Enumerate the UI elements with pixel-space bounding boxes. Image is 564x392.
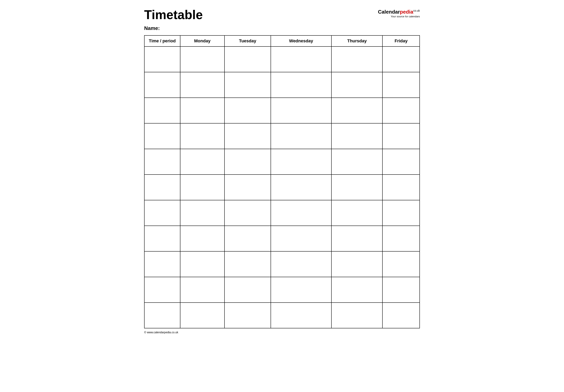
table-row bbox=[144, 226, 420, 251]
page-title: Timetable bbox=[144, 8, 203, 22]
table-cell[interactable] bbox=[331, 200, 383, 226]
logo-wrapper: Calendarpediaco.uk bbox=[378, 9, 420, 15]
table-row bbox=[144, 123, 420, 149]
table-cell[interactable] bbox=[271, 175, 331, 200]
table-row bbox=[144, 277, 420, 303]
table-cell[interactable] bbox=[271, 46, 331, 72]
table-cell[interactable] bbox=[224, 226, 271, 251]
col-header-tuesday: Tuesday bbox=[224, 35, 271, 46]
title-block: Timetable Name: bbox=[144, 8, 203, 31]
table-cell[interactable] bbox=[144, 98, 180, 123]
table-row bbox=[144, 72, 420, 98]
table-cell[interactable] bbox=[144, 277, 180, 303]
col-header-friday: Friday bbox=[383, 35, 420, 46]
table-cell[interactable] bbox=[144, 72, 180, 98]
logo-block: Calendarpediaco.uk Your source for calen… bbox=[378, 8, 420, 18]
table-cell[interactable] bbox=[271, 303, 331, 328]
table-cell[interactable] bbox=[224, 200, 271, 226]
footer-section: © www.calendarpedia.co.uk bbox=[144, 331, 420, 334]
table-cell[interactable] bbox=[331, 175, 383, 200]
table-cell[interactable] bbox=[224, 149, 271, 175]
table-cell[interactable] bbox=[180, 123, 224, 149]
table-cell[interactable] bbox=[271, 123, 331, 149]
table-cell[interactable] bbox=[331, 46, 383, 72]
col-header-time: Time / period bbox=[144, 35, 180, 46]
table-cell[interactable] bbox=[180, 200, 224, 226]
table-cell[interactable] bbox=[271, 200, 331, 226]
table-cell[interactable] bbox=[224, 175, 271, 200]
name-label: Name: bbox=[144, 25, 203, 31]
footer-url: © www.calendarpedia.co.uk bbox=[144, 331, 178, 334]
table-cell[interactable] bbox=[180, 175, 224, 200]
table-cell[interactable] bbox=[144, 123, 180, 149]
table-cell[interactable] bbox=[144, 46, 180, 72]
table-cell[interactable] bbox=[180, 149, 224, 175]
page-wrapper: Timetable Name: Calendarpediaco.uk Your … bbox=[144, 8, 420, 334]
table-cell[interactable] bbox=[224, 303, 271, 328]
table-cell[interactable] bbox=[224, 46, 271, 72]
table-cell[interactable] bbox=[383, 251, 420, 277]
table-cell[interactable] bbox=[383, 200, 420, 226]
table-cell[interactable] bbox=[144, 226, 180, 251]
table-cell[interactable] bbox=[383, 46, 420, 72]
table-cell[interactable] bbox=[144, 251, 180, 277]
table-cell[interactable] bbox=[144, 303, 180, 328]
table-row bbox=[144, 46, 420, 72]
table-cell[interactable] bbox=[180, 72, 224, 98]
table-cell[interactable] bbox=[383, 72, 420, 98]
table-cell[interactable] bbox=[271, 98, 331, 123]
table-cell[interactable] bbox=[383, 98, 420, 123]
table-cell[interactable] bbox=[331, 303, 383, 328]
table-cell[interactable] bbox=[271, 72, 331, 98]
table-cell[interactable] bbox=[224, 123, 271, 149]
table-cell[interactable] bbox=[224, 277, 271, 303]
table-row bbox=[144, 175, 420, 200]
table-cell[interactable] bbox=[331, 226, 383, 251]
table-cell[interactable] bbox=[331, 277, 383, 303]
table-cell[interactable] bbox=[144, 149, 180, 175]
table-cell[interactable] bbox=[383, 277, 420, 303]
table-cell[interactable] bbox=[180, 303, 224, 328]
table-cell[interactable] bbox=[224, 98, 271, 123]
table-row bbox=[144, 98, 420, 123]
logo-tagline: Your source for calendars bbox=[391, 15, 420, 18]
table-cell[interactable] bbox=[271, 251, 331, 277]
table-cell[interactable] bbox=[144, 200, 180, 226]
table-row bbox=[144, 200, 420, 226]
logo-pedia-text: pedia bbox=[400, 9, 413, 15]
col-header-monday: Monday bbox=[180, 35, 224, 46]
table-cell[interactable] bbox=[383, 149, 420, 175]
table-cell[interactable] bbox=[224, 251, 271, 277]
header-section: Timetable Name: Calendarpediaco.uk Your … bbox=[144, 8, 420, 31]
table-cell[interactable] bbox=[180, 226, 224, 251]
table-cell[interactable] bbox=[331, 251, 383, 277]
table-cell[interactable] bbox=[180, 98, 224, 123]
table-cell[interactable] bbox=[331, 123, 383, 149]
table-cell[interactable] bbox=[331, 72, 383, 98]
table-cell[interactable] bbox=[224, 72, 271, 98]
table-cell[interactable] bbox=[331, 149, 383, 175]
timetable: Time / period Monday Tuesday Wednesday T… bbox=[144, 35, 420, 328]
logo-calendar-text: Calendar bbox=[378, 9, 400, 15]
table-cell[interactable] bbox=[383, 123, 420, 149]
table-header-row: Time / period Monday Tuesday Wednesday T… bbox=[144, 35, 420, 46]
logo-couk-text: co.uk bbox=[413, 9, 420, 12]
logo-main: Calendarpediaco.uk bbox=[378, 9, 420, 15]
table-row bbox=[144, 149, 420, 175]
col-header-thursday: Thursday bbox=[331, 35, 383, 46]
table-cell[interactable] bbox=[271, 226, 331, 251]
table-cell[interactable] bbox=[180, 46, 224, 72]
timetable-container: Time / period Monday Tuesday Wednesday T… bbox=[144, 35, 420, 328]
table-row bbox=[144, 303, 420, 328]
table-row bbox=[144, 251, 420, 277]
table-cell[interactable] bbox=[271, 277, 331, 303]
table-cell[interactable] bbox=[180, 251, 224, 277]
table-cell[interactable] bbox=[383, 226, 420, 251]
table-cell[interactable] bbox=[144, 175, 180, 200]
table-cell[interactable] bbox=[180, 277, 224, 303]
table-cell[interactable] bbox=[383, 175, 420, 200]
col-header-wednesday: Wednesday bbox=[271, 35, 331, 46]
table-cell[interactable] bbox=[383, 303, 420, 328]
table-cell[interactable] bbox=[331, 98, 383, 123]
table-cell[interactable] bbox=[271, 149, 331, 175]
